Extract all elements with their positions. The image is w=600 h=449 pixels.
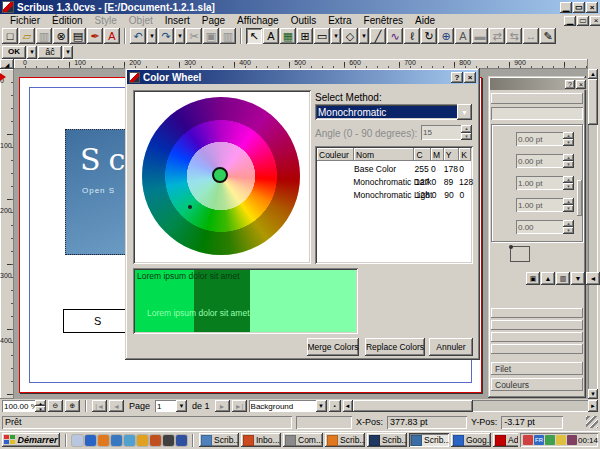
geometry-field[interactable]: 0.00 pt ▴▾ [516, 132, 574, 146]
tool-button[interactable]: ✎ [540, 28, 556, 44]
taskbar-window-button[interactable]: Scrib... [199, 433, 239, 447]
level-button[interactable]: ▲ [541, 272, 555, 285]
color-marker[interactable] [212, 167, 228, 183]
tool-button[interactable]: ↻ [421, 28, 437, 44]
mdi-restore-button[interactable]: ▭ [577, 16, 589, 26]
toolbar-button[interactable]: ▾ [175, 28, 185, 44]
rotation-basepoint-widget[interactable] [510, 246, 530, 262]
scrollbar-thumb[interactable] [588, 79, 598, 125]
tool-button[interactable]: A [455, 28, 471, 44]
tool-button[interactable]: ◇ [342, 28, 358, 44]
angle-spinbox[interactable]: 15 ▴▾ [421, 125, 472, 140]
tray-icon[interactable] [545, 435, 555, 445]
toolbar-button[interactable]: ↷ [158, 28, 174, 44]
color-row[interactable]: Monochromatic Dark 127 0 89 128 [317, 175, 471, 188]
tray-icon[interactable]: FR [534, 435, 544, 445]
menu-item[interactable]: Insert [159, 14, 196, 27]
quicklaunch-icon[interactable] [98, 435, 109, 446]
mdi-minimize-button[interactable]: ▁ [564, 16, 576, 26]
toolbar-button[interactable]: ▣ [203, 28, 219, 44]
level-button[interactable]: ▣ [526, 272, 540, 285]
quicklaunch-icon[interactable] [85, 435, 96, 446]
palette-section-couleurs[interactable]: Couleurs [491, 378, 583, 391]
quicklaunch-icon[interactable] [72, 435, 83, 446]
quicklaunch-icon[interactable] [176, 435, 187, 446]
taskbar-window-button[interactable]: Scrib... [409, 433, 449, 447]
toolbar-button[interactable]: ▱ [19, 28, 35, 44]
spin-buttons[interactable]: ▴▾ [563, 198, 574, 212]
last-page-button[interactable]: ►| [232, 400, 247, 412]
menu-item[interactable]: Outils [285, 14, 323, 27]
tool-button[interactable]: ▾ [331, 28, 341, 44]
vertical-scrollbar[interactable]: ▲ ▼ [588, 69, 598, 399]
quicklaunch-icon[interactable] [150, 435, 161, 446]
scrollbar-thumb[interactable] [353, 400, 473, 412]
pdf-button-dropdown-icon[interactable]: ▾ [27, 46, 37, 59]
layer-select-combo[interactable]: Background ▼ [249, 400, 327, 412]
scroll-down-icon[interactable]: ▼ [588, 389, 598, 399]
replace-colors-button[interactable]: Replace Colors [365, 338, 425, 356]
first-page-button[interactable]: |◄ [92, 400, 107, 412]
geometry-field[interactable]: 1.00 pt ▴▾ [516, 176, 574, 190]
color-wheel[interactable] [142, 97, 300, 255]
palette-help-icon[interactable]: ? [565, 80, 575, 89]
color-row[interactable]: Base Color 255 0 178 0 [317, 162, 471, 175]
scroll-left-icon[interactable]: ◄ [343, 400, 353, 412]
restore-button[interactable]: ▭ [573, 2, 585, 13]
toolbar-button[interactable]: ✒ [87, 28, 103, 44]
spin-buttons[interactable]: ▴▾ [563, 176, 574, 190]
tool-button[interactable]: ⊕ [438, 28, 454, 44]
toolbar-button[interactable]: A [104, 28, 120, 44]
tool-button[interactable]: ▦ [280, 28, 296, 44]
palette-section-bar[interactable] [491, 344, 583, 354]
geometry-field[interactable]: 0.00 pt ▴▾ [516, 154, 574, 168]
next-page-button[interactable]: ► [215, 400, 230, 412]
palette-close-icon[interactable]: × [576, 80, 586, 89]
quicklaunch-icon[interactable] [137, 435, 148, 446]
tool-button[interactable]: ⇆ [506, 28, 522, 44]
merge-colors-button[interactable]: Merge Colors [307, 338, 359, 356]
page-select-combo[interactable]: 1 ▼ [155, 400, 187, 412]
tool-button[interactable]: ⇄ [489, 28, 505, 44]
tray-icon[interactable] [556, 435, 566, 445]
object-name-field[interactable] [491, 107, 583, 120]
tool-button[interactable]: ▬ [472, 28, 488, 44]
taskbar-window-button[interactable]: Com... [283, 433, 323, 447]
color-row[interactable]: Monochromatic Light 128 0 90 0 [317, 188, 471, 201]
zoom-level-field[interactable]: 100.00 % ▴▾ [2, 400, 46, 412]
menu-item[interactable]: Édition [46, 14, 89, 27]
menu-item[interactable]: Extra [322, 14, 357, 27]
toolbar-button[interactable]: ▤ [70, 28, 86, 44]
page-dropdown-icon[interactable]: ▼ [176, 400, 187, 412]
spin-buttons[interactable]: ▴▾ [563, 220, 574, 234]
zoom-out-button[interactable]: ⊖ [48, 400, 63, 412]
tool-button[interactable]: ↔ [523, 28, 539, 44]
menu-item[interactable]: Style [89, 14, 123, 27]
quicklaunch-icon[interactable] [124, 435, 135, 446]
tool-button[interactable]: ▭ [314, 28, 330, 44]
layer-dropdown-icon[interactable]: ▼ [316, 400, 327, 412]
menu-item[interactable]: Page [196, 14, 231, 27]
pdf-text-field-tool[interactable]: âĉ [38, 46, 62, 59]
quicklaunch-icon[interactable] [111, 435, 122, 446]
pdf-push-button-tool[interactable]: OK [2, 46, 26, 59]
menu-item[interactable]: Affichage [231, 14, 285, 27]
palette-section-bar[interactable] [491, 320, 583, 330]
taskbar-window-button[interactable]: Goog... [451, 433, 491, 447]
spin-buttons[interactable]: ▴▾ [563, 132, 574, 146]
level-button[interactable]: ◄ [586, 272, 600, 285]
toolbar-button[interactable]: ▥ [220, 28, 236, 44]
taskbar-window-button[interactable]: Scrib... [325, 433, 365, 447]
taskbar-window-button[interactable]: Scrib... [367, 433, 407, 447]
pdf-text-dropdown-icon[interactable]: ▾ [63, 46, 73, 59]
horizontal-scrollbar[interactable]: ◄ ► [343, 400, 598, 412]
toolbar-button[interactable]: ↶ [130, 28, 146, 44]
tray-icon[interactable] [523, 435, 533, 445]
palette-section-bar[interactable] [491, 308, 583, 318]
tool-button[interactable]: ▾ [359, 28, 369, 44]
toolbar-button[interactable]: ⊗ [53, 28, 69, 44]
palette-section-filet[interactable]: Filet [491, 362, 583, 375]
start-button[interactable]: Démarrer [2, 433, 60, 447]
cancel-button[interactable]: Annuler [429, 338, 473, 356]
menu-item[interactable]: Fichier [4, 14, 46, 27]
